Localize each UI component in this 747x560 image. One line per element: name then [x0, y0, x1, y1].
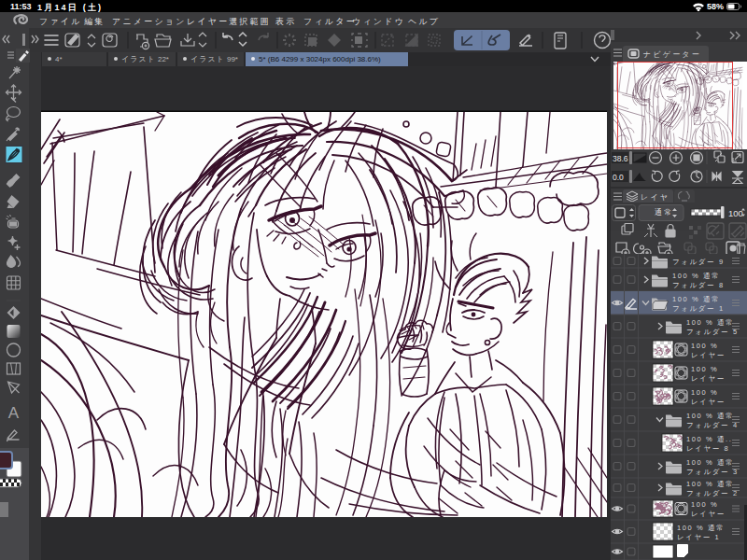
svg-text:100 % 通常: 100 % 通常 [672, 272, 720, 280]
svg-text:フォルダー 2: フォルダー 2 [686, 489, 739, 497]
svg-text:レイヤー: レイヤー [691, 374, 726, 383]
svg-text:100 %: 100 % [691, 365, 718, 373]
svg-text:フォルダー 8: フォルダー 8 [672, 281, 725, 289]
svg-text:レイヤー: レイヤー [691, 398, 726, 406]
svg-text:レイヤー: レイヤー [691, 351, 726, 359]
svg-text:レイヤー 1: レイヤー 1 [677, 533, 720, 541]
svg-text:A: A [8, 404, 20, 422]
svg-text:フォルダー 1: フォルダー 1 [672, 304, 725, 313]
svg-text:100: 100 [728, 208, 743, 218]
svg-text:100 %: 100 % [691, 388, 718, 397]
svg-text:100 % 通常: 100 % 通常 [672, 295, 720, 303]
svg-text:100 % 通常: 100 % 通常 [686, 412, 734, 420]
svg-text:100 %: 100 % [691, 500, 718, 509]
svg-text:100 % 通常: 100 % 通常 [677, 524, 725, 532]
svg-text:フォルダー 3: フォルダー 3 [686, 468, 739, 476]
svg-text:100 % 通常: 100 % 通常 [686, 318, 734, 327]
svg-text:100 %: 100 % [691, 342, 718, 350]
svg-text:100 % 通常: 100 % 通常 [686, 480, 734, 488]
svg-text:0.0: 0.0 [613, 173, 624, 182]
svg-text:38.6: 38.6 [613, 154, 628, 163]
svg-text:レイヤー 8: レイヤー 8 [686, 444, 729, 453]
svg-text:フォルダー 4: フォルダー 4 [686, 421, 739, 429]
svg-text:100 % 通常: 100 % 通常 [686, 458, 734, 467]
svg-text:フォルダー 9: フォルダー 9 [672, 258, 725, 266]
svg-text:100 % 通..: 100 % 通.. [686, 435, 732, 443]
svg-text:レイヤー: レイヤー [691, 510, 726, 518]
svg-text:フォルダー 5: フォルダー 5 [686, 328, 739, 336]
